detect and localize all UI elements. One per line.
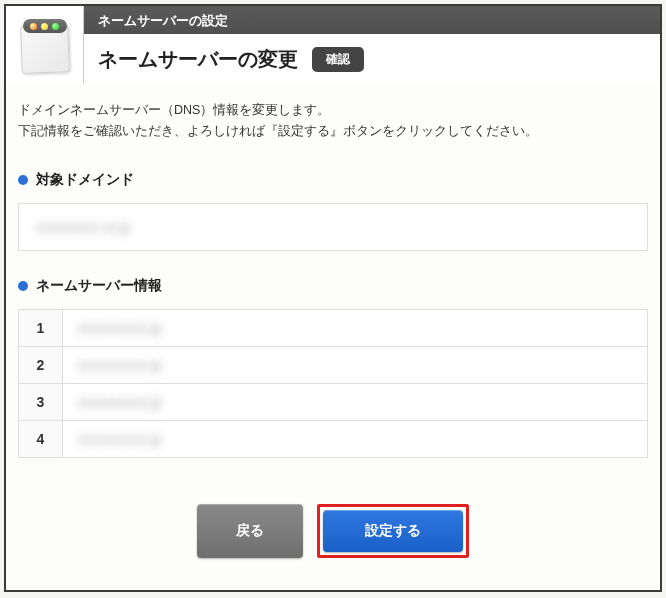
row-number: 2 [19, 346, 63, 383]
domain-value: xxxxxxxxx.xx.jp [35, 219, 131, 235]
note-icon [17, 17, 73, 73]
back-button[interactable]: 戻る [197, 504, 303, 558]
header-texts: ネームサーバーの設定 ネームサーバーの変更 確認 [84, 6, 660, 84]
section-label-text: ネームサーバー情報 [36, 277, 162, 295]
page-body: ドメインネームサーバー（DNS）情報を変更します。 下記情報をご確認いただき、よ… [6, 84, 660, 590]
action-row: 戻る 設定する [18, 504, 648, 566]
header-icon-box [6, 6, 84, 84]
table-row: 4 xxxxxxxxxx.jp [19, 420, 648, 457]
section-label-text: 対象ドメインド [36, 171, 134, 189]
domain-value-box: xxxxxxxxx.xx.jp [18, 203, 648, 251]
table-row: 2 xxxxxxxxxx.jp [19, 346, 648, 383]
header-title-row: ネームサーバーの変更 確認 [84, 34, 660, 84]
section-target-domain: 対象ドメインド xxxxxxxxx.xx.jp [18, 171, 648, 251]
status-badge: 確認 [312, 47, 364, 72]
section-heading: ネームサーバー情報 [18, 277, 648, 295]
row-number: 1 [19, 309, 63, 346]
page-container: ネームサーバーの設定 ネームサーバーの変更 確認 ドメインネームサーバー（DNS… [4, 4, 662, 592]
row-value: xxxxxxxxxx.jp [63, 309, 648, 346]
section-heading: 対象ドメインド [18, 171, 648, 189]
section-nameservers: ネームサーバー情報 1 xxxxxxxxxx.jp 2 xxxxxxxxxx.j… [18, 277, 648, 458]
nameserver-table: 1 xxxxxxxxxx.jp 2 xxxxxxxxxx.jp 3 xxxxxx… [18, 309, 648, 458]
page-header: ネームサーバーの設定 ネームサーバーの変更 確認 [6, 6, 660, 84]
table-row: 1 xxxxxxxxxx.jp [19, 309, 648, 346]
description-line: ドメインネームサーバー（DNS）情報を変更します。 [18, 100, 648, 121]
table-row: 3 xxxxxxxxxx.jp [19, 383, 648, 420]
row-number: 3 [19, 383, 63, 420]
bullet-icon [18, 175, 28, 185]
description-line: 下記情報をご確認いただき、よろしければ『設定する』ボタンをクリックしてください。 [18, 121, 648, 142]
row-value: xxxxxxxxxx.jp [63, 420, 648, 457]
row-number: 4 [19, 420, 63, 457]
row-value: xxxxxxxxxx.jp [63, 346, 648, 383]
bullet-icon [18, 281, 28, 291]
page-title: ネームサーバーの変更 [98, 46, 298, 73]
submit-highlight-box: 設定する [317, 504, 469, 558]
description: ドメインネームサーバー（DNS）情報を変更します。 下記情報をご確認いただき、よ… [18, 100, 648, 143]
section-label: ネームサーバーの設定 [84, 6, 660, 34]
row-value: xxxxxxxxxx.jp [63, 383, 648, 420]
submit-button[interactable]: 設定する [323, 510, 463, 552]
